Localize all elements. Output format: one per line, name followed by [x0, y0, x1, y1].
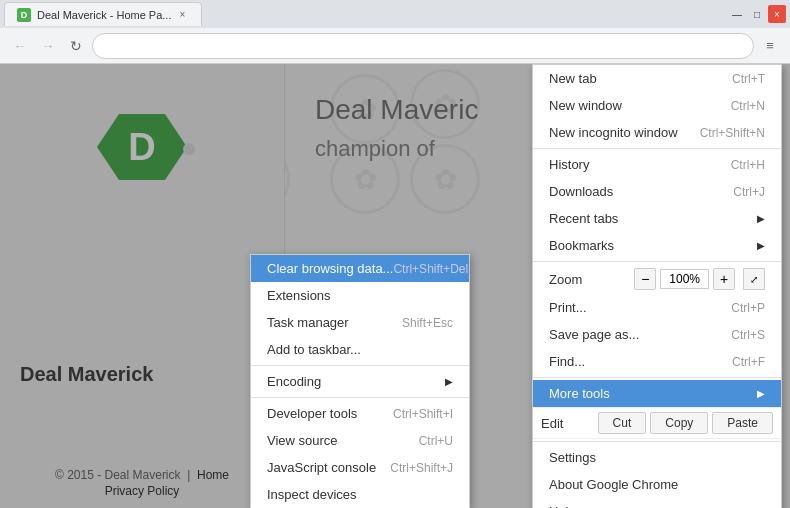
menu-item-save-page[interactable]: Save page as... Ctrl+S [533, 321, 781, 348]
page-content: ✿ ✿ ✿ ✿ ✿ ✿ ✿ ✿ ✿ ✿ ✿ ✿ ✿ ✿ ✿ ✿ [0, 64, 790, 508]
window-controls: — □ × [728, 5, 786, 23]
zoom-control: − 100% + ⤢ [634, 268, 765, 290]
menu-separator-4 [533, 441, 781, 442]
menu-item-new-window[interactable]: New window Ctrl+N [533, 92, 781, 119]
submenu-item-js-console[interactable]: JavaScript console Ctrl+Shift+J [251, 454, 469, 481]
downloads-shortcut: Ctrl+J [733, 185, 765, 199]
tab-title: Deal Maverick - Home Pa... [37, 9, 171, 21]
clear-browsing-shortcut: Ctrl+Shift+Del [393, 262, 468, 276]
new-tab-shortcut: Ctrl+T [732, 72, 765, 86]
nav-bar: ← → ↻ ≡ [0, 28, 790, 64]
menu-item-history[interactable]: History Ctrl+H [533, 151, 781, 178]
forward-button[interactable]: → [36, 34, 60, 58]
zoom-value: 100% [660, 269, 709, 289]
chrome-dropdown-menu: New tab Ctrl+T New window Ctrl+N New inc… [532, 64, 782, 508]
submenu-separator-1 [251, 365, 469, 366]
find-label: Find... [549, 354, 585, 369]
save-page-label: Save page as... [549, 327, 639, 342]
menu-item-print[interactable]: Print... Ctrl+P [533, 294, 781, 321]
extensions-label: Extensions [267, 288, 331, 303]
js-console-label: JavaScript console [267, 460, 376, 475]
submenu-separator-2 [251, 397, 469, 398]
zoom-fullscreen-button[interactable]: ⤢ [743, 268, 765, 290]
submenu-item-clear-browsing[interactable]: Clear browsing data... Ctrl+Shift+Del [251, 255, 469, 282]
menu-separator-3 [533, 377, 781, 378]
reload-button[interactable]: ↻ [64, 34, 88, 58]
tab-close-button[interactable]: × [175, 8, 189, 22]
more-tools-arrow: ▶ [757, 388, 765, 399]
submenu-item-view-source[interactable]: View source Ctrl+U [251, 427, 469, 454]
encoding-label: Encoding [267, 374, 321, 389]
submenu-item-add-taskbar[interactable]: Add to taskbar... [251, 336, 469, 363]
chrome-menu-button[interactable]: ≡ [758, 34, 782, 58]
bookmarks-label: Bookmarks [549, 238, 614, 253]
about-label: About Google Chrome [549, 477, 678, 492]
cut-button[interactable]: Cut [598, 412, 647, 434]
submenu-item-encoding[interactable]: Encoding ▶ [251, 368, 469, 395]
help-label: Help [549, 504, 576, 508]
zoom-minus-button[interactable]: − [634, 268, 656, 290]
tab-bar: D Deal Maverick - Home Pa... × [4, 2, 720, 26]
close-window-button[interactable]: × [768, 5, 786, 23]
browser-frame: D Deal Maverick - Home Pa... × — □ × ← →… [0, 0, 790, 508]
recent-tabs-arrow: ▶ [757, 213, 765, 224]
menu-separator-2 [533, 261, 781, 262]
title-bar: D Deal Maverick - Home Pa... × — □ × [0, 0, 790, 28]
menu-item-help[interactable]: Help ▶ [533, 498, 781, 508]
developer-tools-label: Developer tools [267, 406, 357, 421]
new-tab-label: New tab [549, 71, 597, 86]
history-shortcut: Ctrl+H [731, 158, 765, 172]
save-page-shortcut: Ctrl+S [731, 328, 765, 342]
encoding-arrow: ▶ [445, 376, 453, 387]
maximize-button[interactable]: □ [748, 5, 766, 23]
find-shortcut: Ctrl+F [732, 355, 765, 369]
menu-item-more-tools[interactable]: More tools ▶ [533, 380, 781, 407]
address-bar[interactable] [92, 33, 754, 59]
tab-favicon: D [17, 8, 31, 22]
new-window-label: New window [549, 98, 622, 113]
new-window-shortcut: Ctrl+N [731, 99, 765, 113]
menu-item-find[interactable]: Find... Ctrl+F [533, 348, 781, 375]
submenu-item-inspect-devices[interactable]: Inspect devices [251, 481, 469, 508]
edit-label: Edit [541, 416, 594, 431]
menu-item-recent-tabs[interactable]: Recent tabs ▶ [533, 205, 781, 232]
print-label: Print... [549, 300, 587, 315]
browser-tab[interactable]: D Deal Maverick - Home Pa... × [4, 2, 202, 26]
menu-item-new-incognito[interactable]: New incognito window Ctrl+Shift+N [533, 119, 781, 146]
clear-browsing-label: Clear browsing data... [267, 261, 393, 276]
settings-label: Settings [549, 450, 596, 465]
task-manager-shortcut: Shift+Esc [402, 316, 453, 330]
menu-separator-1 [533, 148, 781, 149]
more-tools-label: More tools [549, 386, 610, 401]
task-manager-label: Task manager [267, 315, 349, 330]
recent-tabs-label: Recent tabs [549, 211, 618, 226]
submenu-item-extensions[interactable]: Extensions [251, 282, 469, 309]
downloads-label: Downloads [549, 184, 613, 199]
menu-item-settings[interactable]: Settings [533, 444, 781, 471]
view-source-shortcut: Ctrl+U [419, 434, 453, 448]
minimize-button[interactable]: — [728, 5, 746, 23]
paste-button[interactable]: Paste [712, 412, 773, 434]
more-tools-submenu: Clear browsing data... Ctrl+Shift+Del Ex… [250, 254, 470, 508]
new-incognito-label: New incognito window [549, 125, 678, 140]
zoom-label: Zoom [549, 272, 634, 287]
js-console-shortcut: Ctrl+Shift+J [390, 461, 453, 475]
developer-tools-shortcut: Ctrl+Shift+I [393, 407, 453, 421]
zoom-row: Zoom − 100% + ⤢ [533, 264, 781, 294]
new-incognito-shortcut: Ctrl+Shift+N [700, 126, 765, 140]
inspect-devices-label: Inspect devices [267, 487, 357, 502]
menu-item-bookmarks[interactable]: Bookmarks ▶ [533, 232, 781, 259]
submenu-item-developer-tools[interactable]: Developer tools Ctrl+Shift+I [251, 400, 469, 427]
add-taskbar-label: Add to taskbar... [267, 342, 361, 357]
bookmarks-arrow: ▶ [757, 240, 765, 251]
menu-item-downloads[interactable]: Downloads Ctrl+J [533, 178, 781, 205]
edit-row: Edit Cut Copy Paste [533, 407, 781, 439]
menu-item-new-tab[interactable]: New tab Ctrl+T [533, 65, 781, 92]
print-shortcut: Ctrl+P [731, 301, 765, 315]
zoom-plus-button[interactable]: + [713, 268, 735, 290]
back-button[interactable]: ← [8, 34, 32, 58]
submenu-item-task-manager[interactable]: Task manager Shift+Esc [251, 309, 469, 336]
menu-item-about[interactable]: About Google Chrome [533, 471, 781, 498]
view-source-label: View source [267, 433, 338, 448]
copy-button[interactable]: Copy [650, 412, 708, 434]
